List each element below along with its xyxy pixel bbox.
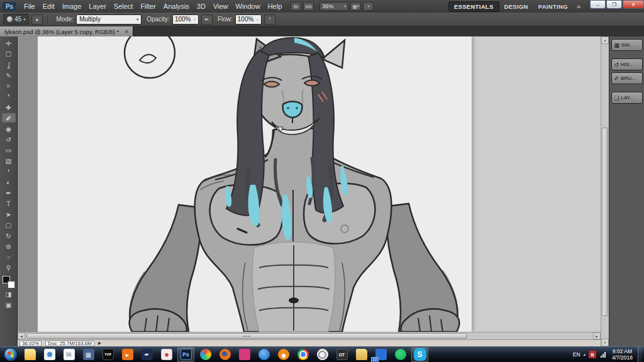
menu-filter[interactable]: Filter: [136, 0, 159, 13]
eraser-tool[interactable]: ▭: [1, 145, 16, 155]
minimize-button[interactable]: –: [590, 0, 606, 9]
healing-brush-tool[interactable]: ✚: [1, 102, 16, 112]
opentoonz-icon[interactable]: OT: [333, 348, 350, 362]
move-tool[interactable]: ✛: [1, 38, 16, 48]
crop-tool[interactable]: ⌗: [1, 80, 16, 91]
scroll-right-icon[interactable]: ▶: [593, 332, 601, 339]
folder-icon[interactable]: [353, 348, 370, 362]
scroll-left-icon[interactable]: ◀: [18, 332, 25, 339]
screen-mode-icon[interactable]: ▾: [363, 2, 374, 11]
paint-tool-sai-icon[interactable]: [158, 348, 175, 362]
scroll-up-icon[interactable]: ▲: [601, 36, 609, 44]
lasso-tool[interactable]: ʆ: [1, 59, 16, 70]
mini-bridge-icon[interactable]: Mb: [303, 2, 314, 11]
hidden-icons-chevron-icon[interactable]: ▴: [584, 352, 586, 357]
quick-mask-icon[interactable]: ◨: [1, 288, 16, 299]
gradient-tool[interactable]: ▧: [1, 155, 16, 166]
screen-mode-toggle-icon[interactable]: ▣: [1, 299, 16, 310]
background-color-swatch[interactable]: [8, 281, 15, 288]
close-icon[interactable]: ×: [125, 28, 128, 35]
menu-select[interactable]: Select: [110, 0, 137, 13]
language-indicator[interactable]: EN: [573, 351, 580, 358]
status-zoom-field[interactable]: 36.02%: [19, 341, 42, 346]
dodge-tool[interactable]: ◐: [1, 177, 16, 187]
toggle-brush-panel-icon[interactable]: ▸: [31, 14, 43, 25]
marquee-tool[interactable]: ☐: [1, 48, 16, 59]
menu-file[interactable]: File: [20, 0, 39, 13]
menu-view[interactable]: View: [209, 0, 232, 13]
airbrush-icon[interactable]: ❛: [264, 14, 275, 25]
pen-tool[interactable]: ✒: [1, 187, 16, 198]
camera-icon[interactable]: [314, 348, 331, 362]
antivirus-tray-icon[interactable]: B: [589, 351, 596, 358]
orbit-3d-tool[interactable]: ⊚: [1, 241, 16, 251]
show-desktop-button[interactable]: [638, 347, 642, 362]
mail-icon[interactable]: ✉: [60, 348, 77, 362]
history-panel-button[interactable]: ↺ HIS...: [611, 58, 643, 70]
chrome-icon[interactable]: [294, 348, 311, 362]
photo-viewer-icon[interactable]: [41, 348, 58, 362]
type-tool[interactable]: T: [1, 198, 16, 209]
maximize-button[interactable]: ❐: [606, 0, 622, 9]
start-button[interactable]: [4, 348, 18, 361]
firefox-icon[interactable]: [216, 348, 233, 362]
path-selection-tool[interactable]: ➤: [1, 209, 16, 219]
chat-app-icon[interactable]: 13: [372, 348, 389, 362]
menu-3d[interactable]: 3D: [193, 0, 209, 13]
hand-tool[interactable]: ☞: [1, 251, 16, 262]
status-flyout-icon[interactable]: ▶: [98, 341, 101, 346]
brush-tool[interactable]: ✐: [1, 112, 16, 123]
brush-preset-picker[interactable]: 45 ▾: [3, 14, 29, 25]
history-brush-tool[interactable]: ↺: [1, 134, 16, 145]
clone-stamp-tool[interactable]: ◉: [1, 123, 16, 134]
blur-tool[interactable]: ❛: [1, 166, 16, 177]
launch-bridge-icon[interactable]: Br: [291, 2, 301, 11]
workspace-essentials-button[interactable]: ESSENTIALS: [448, 1, 499, 12]
document-canvas[interactable]: [38, 36, 472, 332]
calculator-icon[interactable]: ▦: [80, 348, 97, 362]
swatches-panel-button[interactable]: ▦ SW...: [611, 39, 643, 51]
blue-app-icon[interactable]: [255, 348, 272, 362]
opacity-pressure-icon[interactable]: ✒: [201, 14, 213, 25]
zoom-level-dropdown[interactable]: 36% ▾: [319, 2, 348, 11]
clip-studio-icon[interactable]: [236, 348, 253, 362]
flow-input[interactable]: 100% ▸: [235, 14, 262, 25]
explorer-icon[interactable]: [21, 348, 38, 362]
arrange-documents-icon[interactable]: ▦ ▾: [350, 2, 361, 11]
vertical-scrollbar[interactable]: ▲ ▼: [601, 36, 609, 346]
brushes-panel-button[interactable]: ✐ BRU...: [611, 72, 643, 84]
horizontal-scroll-thumb[interactable]: [26, 333, 467, 339]
quick-selection-tool[interactable]: ✎: [1, 70, 16, 80]
skype-icon[interactable]: S: [411, 348, 428, 362]
rotate-3d-tool[interactable]: ↻: [1, 230, 16, 241]
close-button[interactable]: ✕: [623, 0, 644, 9]
shape-tool[interactable]: ▢: [1, 219, 16, 230]
opacity-input[interactable]: 100% ▸: [172, 14, 199, 25]
openoffice-icon[interactable]: [275, 348, 292, 362]
scroll-down-icon[interactable]: ▼: [601, 339, 609, 346]
canvas-artwork[interactable]: [38, 36, 472, 332]
eyedropper-tool[interactable]: ❜: [1, 91, 16, 102]
media-player-icon[interactable]: ▸: [119, 348, 136, 362]
layers-panel-button[interactable]: ❏ LAY...: [611, 92, 643, 104]
zoom-tool[interactable]: ⚲: [1, 262, 16, 273]
horizontal-scrollbar[interactable]: ◀ ▶: [18, 332, 601, 339]
menu-window[interactable]: Window: [232, 0, 264, 13]
vertical-scroll-thumb[interactable]: [602, 128, 608, 316]
menu-image[interactable]: Image: [58, 0, 86, 13]
quill-pen-icon[interactable]: ✒: [138, 348, 155, 362]
workspace-design-button[interactable]: DESIGN: [499, 2, 533, 11]
spotify-icon[interactable]: [392, 348, 409, 362]
menu-analysis[interactable]: Analysis: [160, 0, 193, 13]
workspace-overflow-icon[interactable]: »: [573, 3, 584, 10]
browser-ball-icon[interactable]: [197, 348, 214, 362]
taskbar-clock[interactable]: 9:02 AM 4/7/2016: [612, 348, 633, 361]
network-icon[interactable]: [599, 351, 607, 358]
menu-edit[interactable]: Edit: [39, 0, 58, 13]
document-tab[interactable]: lykaon.psd @ 36% (Layer 5 copy, RGB/8) *…: [0, 26, 133, 36]
menu-help[interactable]: Help: [264, 0, 286, 13]
menu-layer[interactable]: Layer: [85, 0, 110, 13]
blend-mode-select[interactable]: Multiply ▾: [76, 14, 142, 25]
photoshop-taskbar-icon[interactable]: Ps: [177, 348, 194, 362]
tvpaint-icon[interactable]: TVP: [99, 348, 116, 362]
